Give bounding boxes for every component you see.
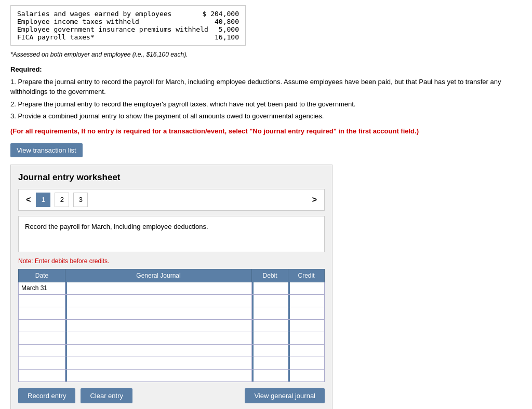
credit-input-4[interactable] — [291, 322, 322, 329]
credit-input-2[interactable] — [291, 297, 322, 304]
date-cell-8 — [19, 369, 65, 381]
journal-cell-6[interactable] — [65, 344, 252, 357]
journal-input-6[interactable] — [68, 347, 249, 354]
debit-input-5[interactable] — [255, 334, 285, 342]
journal-cell-5[interactable] — [65, 332, 252, 344]
journal-input-7[interactable] — [68, 359, 249, 366]
table-row-7 — [19, 357, 325, 369]
instruction-text: Record the payroll for March, including … — [25, 223, 208, 230]
journal-cell-4[interactable] — [65, 319, 252, 332]
table-row-8 — [19, 369, 325, 381]
debit-input-8[interactable] — [255, 372, 285, 379]
journal-input-2[interactable] — [68, 297, 249, 304]
debit-cell-6[interactable] — [252, 344, 288, 357]
journal-cell-3[interactable] — [65, 307, 252, 319]
debit-input-1[interactable] — [255, 284, 285, 292]
next-page-button[interactable]: > — [309, 194, 320, 206]
worksheet-container: Journal entry worksheet < 1 2 3 > Record… — [10, 165, 332, 409]
credit-cell-3[interactable] — [288, 307, 325, 319]
credit-input-6[interactable] — [291, 347, 322, 354]
journal-cell-2[interactable] — [65, 294, 252, 307]
payroll-label-2: Employee income taxes withheld — [17, 18, 139, 25]
journal-input-4[interactable] — [68, 322, 249, 329]
journal-cell-7[interactable] — [65, 357, 252, 369]
debit-cell-5[interactable] — [252, 332, 288, 344]
table-row-1: March 31 — [19, 282, 325, 294]
credit-input-8[interactable] — [291, 372, 322, 379]
page-3-button[interactable]: 3 — [73, 193, 88, 207]
debit-cell-2[interactable] — [252, 294, 288, 307]
date-cell-7 — [19, 357, 65, 369]
debit-input-7[interactable] — [255, 359, 285, 366]
debit-input-6[interactable] — [255, 347, 285, 354]
debit-cell-3[interactable] — [252, 307, 288, 319]
debit-input-3[interactable] — [255, 309, 285, 317]
button-row: Record entry Clear entry View general jo… — [18, 388, 325, 403]
journal-input-3[interactable] — [68, 309, 249, 317]
debit-cell-1[interactable] — [252, 282, 288, 294]
credit-input-1[interactable] — [291, 284, 322, 292]
note-text: Note: Enter debits before credits. — [18, 257, 325, 265]
debit-cell-8[interactable] — [252, 369, 288, 381]
debit-input-2[interactable] — [255, 297, 285, 304]
credit-cell-5[interactable] — [288, 332, 325, 344]
prev-page-button[interactable]: < — [23, 194, 34, 206]
date-cell-6 — [19, 344, 65, 357]
required-item-2: 2. Prepare the journal entry to record t… — [10, 99, 522, 110]
pagination: < 1 2 3 > — [18, 189, 325, 211]
credit-cell-4[interactable] — [288, 319, 325, 332]
journal-cell-8[interactable] — [65, 369, 252, 381]
payroll-row-1: Salaries and wages earned by employees $… — [17, 10, 239, 18]
page-2-button[interactable]: 2 — [55, 193, 69, 207]
date-cell-3 — [19, 307, 65, 319]
credit-cell-7[interactable] — [288, 357, 325, 369]
journal-input-5[interactable] — [68, 334, 249, 342]
debit-input-4[interactable] — [255, 322, 285, 329]
view-general-journal-button[interactable]: View general journal — [245, 388, 325, 403]
header-credit: Credit — [288, 269, 325, 282]
payroll-amount-3: 5,000 — [219, 25, 239, 33]
credit-cell-8[interactable] — [288, 369, 325, 381]
payroll-amount-2: 40,800 — [215, 18, 239, 25]
date-cell-1: March 31 — [19, 282, 65, 294]
date-cell-2 — [19, 294, 65, 307]
credit-input-3[interactable] — [291, 309, 322, 317]
required-item-3: 3. Provide a combined journal entry to s… — [10, 111, 522, 121]
clear-entry-button[interactable]: Clear entry — [81, 388, 132, 403]
table-row-6 — [19, 344, 325, 357]
header-debit: Debit — [252, 269, 288, 282]
credit-cell-2[interactable] — [288, 294, 325, 307]
credit-input-5[interactable] — [291, 334, 322, 342]
payroll-amount-1: $ 204,000 — [203, 10, 239, 18]
credit-cell-6[interactable] — [288, 344, 325, 357]
table-header-row: Date General Journal Debit Credit — [19, 269, 325, 282]
header-general-journal: General Journal — [65, 269, 252, 282]
debit-cell-4[interactable] — [252, 319, 288, 332]
payroll-row-3: Employee government insurance premiums w… — [17, 25, 239, 33]
instruction-box: Record the payroll for March, including … — [18, 216, 325, 252]
required-section: Required: 1. Prepare the journal entry t… — [10, 64, 522, 121]
header-date: Date — [19, 269, 65, 282]
record-entry-button[interactable]: Record entry — [18, 388, 75, 403]
table-row-3 — [19, 307, 325, 319]
worksheet-title: Journal entry worksheet — [18, 172, 325, 183]
journal-cell-1[interactable] — [65, 282, 252, 294]
debit-cell-7[interactable] — [252, 357, 288, 369]
credit-cell-1[interactable] — [288, 282, 325, 294]
table-row-4 — [19, 319, 325, 332]
payroll-amount-4: 16,100 — [215, 33, 239, 41]
table-row-2 — [19, 294, 325, 307]
journal-input-1[interactable] — [68, 284, 249, 292]
footnote: *Assessed on both employer and employee … — [10, 51, 522, 58]
payroll-row-4: FICA payroll taxes* 16,100 — [17, 33, 239, 41]
journal-table: Date General Journal Debit Credit March … — [18, 269, 325, 382]
page-1-button[interactable]: 1 — [36, 193, 50, 207]
view-transaction-button[interactable]: View transaction list — [10, 143, 83, 157]
payroll-label-1: Salaries and wages earned by employees — [17, 10, 171, 18]
red-note: (For all requirements, If no entry is re… — [10, 127, 522, 136]
credit-input-7[interactable] — [291, 359, 322, 366]
payroll-row-2: Employee income taxes withheld 40,800 — [17, 18, 239, 25]
required-item-1: 1. Prepare the journal entry to record t… — [10, 77, 522, 97]
table-row-5 — [19, 332, 325, 344]
journal-input-8[interactable] — [68, 372, 249, 379]
